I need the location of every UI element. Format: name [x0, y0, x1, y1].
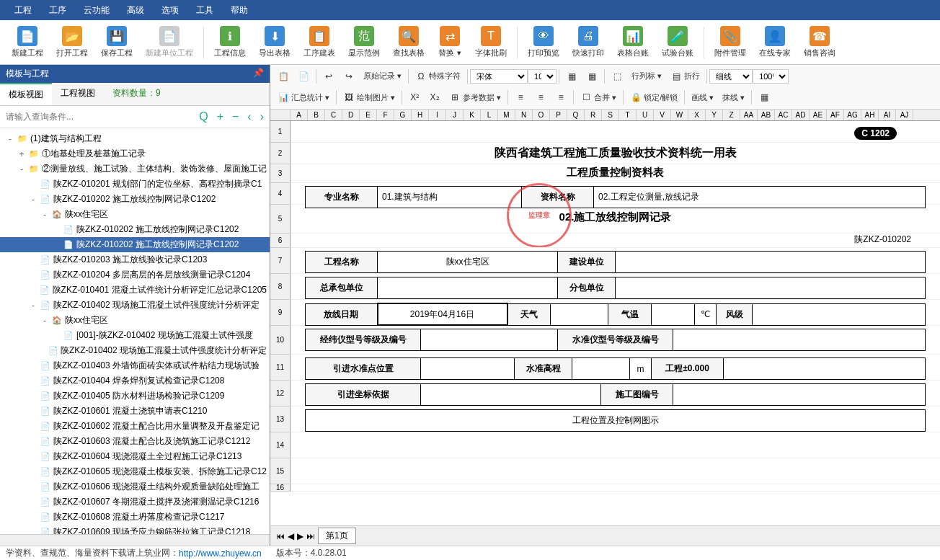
col-Z[interactable]: Z: [723, 110, 740, 120]
col-Y[interactable]: Y: [706, 110, 723, 120]
col-K[interactable]: K: [464, 110, 481, 120]
ebtn[interactable]: ▦: [562, 68, 582, 85]
col-T[interactable]: T: [619, 110, 637, 120]
menu-帮助[interactable]: 帮助: [222, 4, 257, 17]
status-link[interactable]: http://www.zhuyew.cn: [179, 548, 262, 559]
ebtn[interactable]: ▦: [582, 68, 602, 85]
ebtn[interactable]: ↪: [339, 68, 359, 85]
menu-工具[interactable]: 工具: [187, 4, 222, 17]
col-D[interactable]: D: [342, 110, 360, 120]
tree-node[interactable]: 📄 陕ZKZ-010404 焊条焊剂复试检查记录C1208: [0, 373, 270, 388]
col-AD[interactable]: AD: [792, 110, 810, 120]
ebtn[interactable]: Ω特殊字符: [411, 68, 465, 85]
tb-附件管理[interactable]: 📎附件管理: [709, 25, 752, 60]
tb-工程信息[interactable]: ℹ工程信息: [208, 25, 252, 60]
tab-first-icon[interactable]: ⏮: [276, 531, 285, 541]
col-I[interactable]: I: [429, 110, 446, 120]
row-16[interactable]: 16: [270, 484, 291, 492]
tree-node[interactable]: 📄 陕ZKZ-010601 混凝土浇筑申请表C1210: [0, 404, 270, 419]
nav-right-icon[interactable]: ›: [257, 110, 267, 123]
ebtn[interactable]: 原始记录 ▾: [359, 68, 406, 84]
ebtn[interactable]: ≡: [551, 89, 571, 106]
col-V[interactable]: V: [654, 110, 671, 120]
menu-选项[interactable]: 选项: [153, 4, 187, 17]
col-AC[interactable]: AC: [775, 110, 792, 120]
ebtn[interactable]: 行列标 ▾: [627, 68, 666, 84]
tb-试验台账[interactable]: 🧪试验台账: [656, 25, 699, 60]
tb-导出表格[interactable]: ⬇导出表格: [253, 25, 296, 60]
search-icon[interactable]: Q: [196, 110, 210, 123]
ebtn[interactable]: ☐合并 ▾: [576, 89, 621, 106]
tree-node[interactable]: 📄 陕ZKZ-010603 混凝土配合比及浇筑施工记录C1212: [0, 434, 270, 449]
menu-高级[interactable]: 高级: [118, 4, 153, 17]
ebtn[interactable]: 抹线 ▾: [718, 89, 749, 106]
add-icon[interactable]: +: [214, 110, 226, 123]
select-宋体[interactable]: 宋体: [470, 69, 528, 84]
col-M[interactable]: M: [498, 110, 515, 120]
tb-替换[interactable]: ⇄替换 ▾: [432, 25, 468, 60]
tree-node[interactable]: 📄 陕ZKZ-010608 混凝土坍落度检查记录C1217: [0, 510, 270, 525]
ebtn[interactable]: 画线 ▾: [687, 89, 718, 106]
col-AA[interactable]: AA: [740, 110, 758, 120]
tree-node[interactable]: 📄 陕ZKZ-010204 多层高层的各层放线测量记录C1204: [0, 267, 270, 283]
col-[interactable]: [270, 110, 291, 120]
tree-node[interactable]: 📄 陕ZKZ-010202 施工放线控制网记录C1202: [0, 237, 270, 252]
col-W[interactable]: W: [671, 110, 688, 120]
tree-node[interactable]: 📄 陕ZKZ-010202 施工放线控制网记录C1202: [0, 222, 270, 237]
select-100%[interactable]: 100%: [753, 69, 789, 84]
ebtn[interactable]: X₂: [425, 89, 445, 106]
col-X[interactable]: X: [688, 110, 706, 120]
toggle-icon[interactable]: -: [17, 164, 26, 174]
col-N[interactable]: N: [515, 110, 533, 120]
ebtn[interactable]: 📊汇总统计 ▾: [273, 89, 334, 106]
tb-新建工程[interactable]: 📄新建工程: [6, 25, 49, 60]
row-1[interactable]: 1: [270, 121, 291, 143]
select-细线[interactable]: 细线: [709, 69, 753, 84]
tb-打开工程[interactable]: 📂打开工程: [50, 25, 94, 60]
row-7[interactable]: 7: [270, 248, 291, 274]
col-E[interactable]: E: [360, 110, 377, 120]
tree-node[interactable]: - 📁 ②测量放线、施工试验、主体结构、装饰装修、屋面施工记: [0, 161, 270, 177]
tree-node[interactable]: 📄 陕ZKZ-010403 外墙饰面砖实体或试件粘结力现场试验: [0, 358, 270, 373]
ebtn[interactable]: ⊞参考数据 ▾: [445, 89, 505, 106]
col-AI[interactable]: AI: [879, 110, 896, 120]
row-12[interactable]: 12: [270, 381, 291, 406]
doc-row13[interactable]: 工程位置及控制网图示: [305, 409, 926, 432]
tree-node[interactable]: 📄 陕ZKZ-010605 现浇混凝土模板安装、拆除施工记录C12: [0, 464, 270, 479]
tree-node[interactable]: 📄 陕ZKZ-010602 混凝土配合比用水量调整及开盘鉴定记: [0, 419, 270, 434]
ebtn[interactable]: X²: [404, 89, 425, 106]
tb-保存工程[interactable]: 💾保存工程: [95, 25, 138, 60]
toggle-icon[interactable]: -: [29, 301, 37, 311]
row-3[interactable]: 3: [270, 164, 291, 183]
col-U[interactable]: U: [637, 110, 654, 120]
col-Q[interactable]: Q: [567, 110, 585, 120]
col-O[interactable]: O: [533, 110, 550, 120]
col-G[interactable]: G: [394, 110, 412, 120]
tree-node[interactable]: - 🏠 陕xx住宅区: [0, 313, 270, 328]
sidebar-pin-icon[interactable]: 📌: [253, 68, 264, 80]
doc-row9[interactable]: 放线日期2019年04月16日 天气 气温 ℃风级: [305, 303, 926, 326]
row-6[interactable]: 6: [270, 234, 291, 248]
tree-node[interactable]: 📄 陕ZKZ-010402 现场施工混凝土试件强度统计分析评定: [0, 343, 270, 358]
tree-node[interactable]: 📄 陕ZKZ-010401 混凝土试件统计分析评定汇总记录C1205: [0, 283, 270, 298]
toggle-icon[interactable]: -: [40, 316, 49, 326]
tree-node[interactable]: 📄 陕ZKZ-010203 施工放线验收记录C1203: [0, 252, 270, 267]
col-AB[interactable]: AB: [758, 110, 775, 120]
col-C[interactable]: C: [325, 110, 342, 120]
tree-node[interactable]: - 🏠 陕xx住宅区: [0, 207, 270, 222]
sheet-tab-page1[interactable]: 第1页: [318, 528, 356, 544]
menu-工程[interactable]: 工程: [6, 4, 40, 17]
row-15[interactable]: 15: [270, 458, 291, 484]
ebtn[interactable]: 📋: [273, 68, 293, 85]
col-B[interactable]: B: [308, 110, 325, 120]
tb-快速打印[interactable]: 🖨快速打印: [567, 25, 610, 60]
col-AE[interactable]: AE: [810, 110, 827, 120]
row-5[interactable]: 5: [270, 205, 291, 234]
ebtn[interactable]: ▦: [754, 89, 774, 106]
tree-node[interactable]: - 📄 陕ZKZ-010202 施工放线控制网记录C1202: [0, 192, 270, 207]
ebtn[interactable]: ≡: [531, 89, 551, 106]
col-J[interactable]: J: [446, 110, 464, 120]
sidebar-scroll-h[interactable]: [0, 534, 270, 546]
tree-node[interactable]: 📄 陕ZKZ-010606 现浇混凝土结构外观质量缺陷处理施工: [0, 479, 270, 494]
tree-node[interactable]: 📄 陕ZKZ-010405 防水材料进场检验记录C1209: [0, 388, 270, 404]
